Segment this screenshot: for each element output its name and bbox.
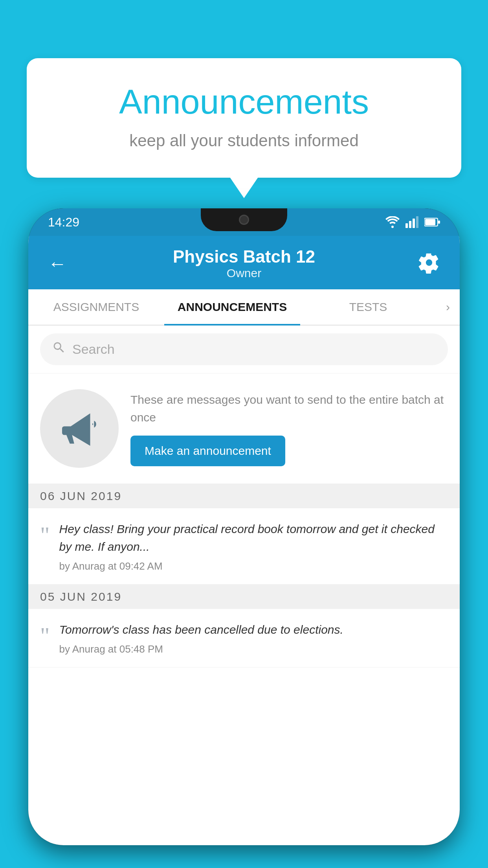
status-time: 14:29 <box>48 215 79 230</box>
quote-icon-1: " <box>40 523 50 547</box>
announcement-content-1: Hey class! Bring your practical record b… <box>59 520 448 572</box>
app-header: ← Physics Batch 12 Owner <box>28 236 460 289</box>
bubble-title: Announcements <box>46 82 442 122</box>
bubble-subtitle: keep all your students informed <box>46 131 442 150</box>
svg-rect-5 <box>425 219 435 225</box>
svg-rect-0 <box>405 223 408 228</box>
svg-rect-3 <box>416 216 418 228</box>
status-icons <box>385 216 440 228</box>
search-placeholder: Search <box>72 342 115 357</box>
search-bar[interactable]: Search <box>40 333 448 365</box>
announcement-item-1[interactable]: " Hey class! Bring your practical record… <box>28 508 460 585</box>
date-section-2: 05 JUN 2019 <box>28 585 460 609</box>
announcement-item-2[interactable]: " Tomorrow's class has been cancelled du… <box>28 609 460 668</box>
announcement-author-1: by Anurag at 09:42 AM <box>59 560 448 572</box>
speech-bubble-container: Announcements keep all your students inf… <box>27 58 461 178</box>
tab-more[interactable]: › <box>436 289 460 325</box>
search-container: Search <box>28 326 460 373</box>
phone-screen: ← Physics Batch 12 Owner ASSIGNMENTS ANN… <box>28 236 460 845</box>
speech-bubble: Announcements keep all your students inf… <box>27 58 461 178</box>
megaphone-icon <box>58 407 101 450</box>
svg-rect-2 <box>413 219 415 228</box>
date-label-1: 06 JUN 2019 <box>40 489 122 503</box>
header-title: Physics Batch 12 <box>75 247 413 267</box>
promo-section: These are messages you want to send to t… <box>28 373 460 484</box>
tabs-container: ASSIGNMENTS ANNOUNCEMENTS TESTS › <box>28 289 460 326</box>
tab-assignments[interactable]: ASSIGNMENTS <box>28 289 164 325</box>
tab-tests[interactable]: TESTS <box>300 289 436 325</box>
announcement-content-2: Tomorrow's class has been cancelled due … <box>59 621 448 655</box>
date-label-2: 05 JUN 2019 <box>40 590 122 603</box>
gear-icon <box>418 252 440 274</box>
phone-container: 14:29 <box>28 208 460 868</box>
tab-announcements[interactable]: ANNOUNCEMENTS <box>164 289 300 325</box>
announcement-author-2: by Anurag at 05:48 PM <box>59 643 448 655</box>
phone-frame: 14:29 <box>28 208 460 845</box>
date-section-1: 06 JUN 2019 <box>28 484 460 508</box>
announcement-text-2: Tomorrow's class has been cancelled due … <box>59 621 448 638</box>
header-subtitle: Owner <box>75 267 413 280</box>
battery-icon <box>424 217 440 227</box>
search-icon <box>52 340 66 358</box>
promo-icon-circle <box>40 389 119 468</box>
back-button[interactable]: ← <box>48 253 75 274</box>
promo-description: These are messages you want to send to t… <box>130 391 448 426</box>
svg-rect-1 <box>409 221 411 228</box>
settings-button[interactable] <box>413 252 440 275</box>
svg-rect-6 <box>438 221 440 224</box>
make-announcement-button[interactable]: Make an announcement <box>130 436 285 466</box>
header-center: Physics Batch 12 Owner <box>75 247 413 280</box>
signal-icon <box>405 216 419 228</box>
announcement-text-1: Hey class! Bring your practical record b… <box>59 520 448 555</box>
promo-content: These are messages you want to send to t… <box>130 391 448 466</box>
front-camera <box>239 215 249 225</box>
phone-notch <box>201 208 287 231</box>
quote-icon-2: " <box>40 624 50 647</box>
wifi-icon <box>385 216 400 228</box>
